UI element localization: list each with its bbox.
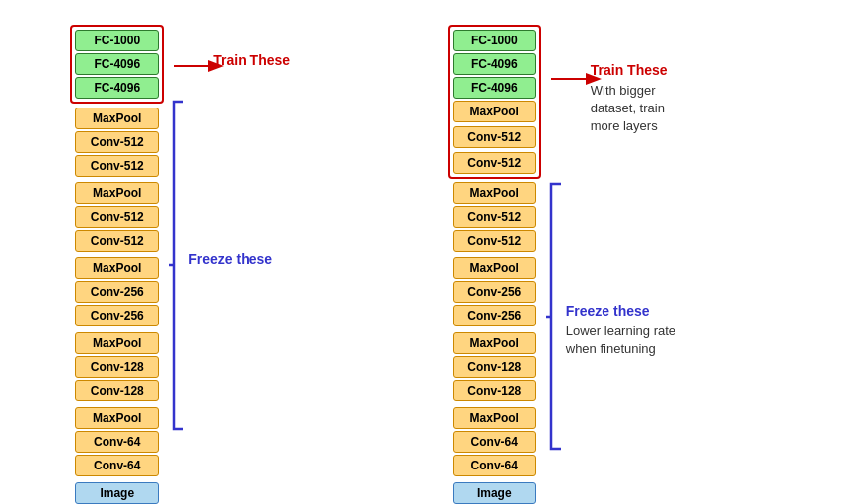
right-fc4096-2: FC-4096 — [453, 77, 536, 99]
right-diagram: FC-1000 FC-4096 FC-4096 MaxPool Conv-512… — [448, 25, 783, 504]
left-conv512-2: Conv-512 — [75, 155, 159, 177]
left-conv256-2: Conv-256 — [75, 305, 159, 326]
right-fc1000: FC-1000 — [453, 30, 536, 51]
left-conv128-1: Conv-128 — [75, 356, 159, 378]
right-conv64-2: Conv-64 — [453, 455, 536, 476]
left-diagram: FC-1000 FC-4096 FC-4096 MaxPool Conv-512… — [70, 25, 366, 504]
left-conv64-1: Conv-64 — [75, 431, 159, 453]
left-conv64-2: Conv-64 — [75, 455, 159, 476]
left-conv128-2: Conv-128 — [75, 380, 159, 401]
left-train-box: FC-1000 FC-4096 FC-4096 — [70, 25, 164, 104]
right-conv64-1: Conv-64 — [453, 431, 536, 453]
right-conv512-4: Conv-512 — [453, 230, 536, 252]
right-maxpool3: MaxPool — [453, 257, 536, 279]
right-maxpool5: MaxPool — [453, 407, 536, 429]
right-train-box: FC-1000 FC-4096 FC-4096 MaxPool Conv-512… — [448, 25, 541, 179]
right-conv512-3: Conv-512 — [453, 206, 536, 228]
left-maxpool2: MaxPool — [75, 182, 159, 204]
right-conv128-2: Conv-128 — [453, 380, 536, 401]
right-freeze-label: Freeze these — [566, 303, 650, 319]
left-conv512-1: Conv-512 — [75, 131, 159, 153]
right-freeze-description: Lower learning ratewhen finetuning — [566, 323, 675, 358]
left-conv512-3: Conv-512 — [75, 206, 159, 228]
left-conv256-1: Conv-256 — [75, 281, 159, 303]
right-maxpool2: MaxPool — [453, 182, 536, 204]
right-maxpool-train1: MaxPool — [453, 101, 536, 122]
main-container: FC-1000 FC-4096 FC-4096 MaxPool Conv-512… — [0, 0, 853, 504]
left-maxpool1: MaxPool — [75, 108, 159, 129]
right-conv128-1: Conv-128 — [453, 356, 536, 378]
left-maxpool5: MaxPool — [75, 407, 159, 429]
right-maxpool4: MaxPool — [453, 332, 536, 354]
right-conv512-train2: Conv-512 — [453, 152, 536, 174]
right-conv512-train1: Conv-512 — [453, 126, 536, 148]
left-fc4096-1: FC-4096 — [75, 53, 159, 75]
left-fc4096-2: FC-4096 — [75, 77, 159, 99]
right-conv256-2: Conv-256 — [453, 305, 536, 326]
left-train-label: Train These — [213, 52, 290, 68]
right-conv256-1: Conv-256 — [453, 281, 536, 303]
left-freeze-label: Freeze these — [188, 252, 272, 267]
right-train-description: With biggerdataset, trainmore layers — [591, 82, 665, 136]
left-maxpool3: MaxPool — [75, 257, 159, 279]
left-conv512-4: Conv-512 — [75, 230, 159, 252]
right-image: Image — [453, 482, 536, 504]
left-fc1000: FC-1000 — [75, 30, 159, 51]
left-maxpool4: MaxPool — [75, 332, 159, 354]
left-image: Image — [75, 482, 159, 504]
right-fc4096-1: FC-4096 — [453, 53, 536, 75]
right-train-label: Train These — [591, 62, 668, 78]
